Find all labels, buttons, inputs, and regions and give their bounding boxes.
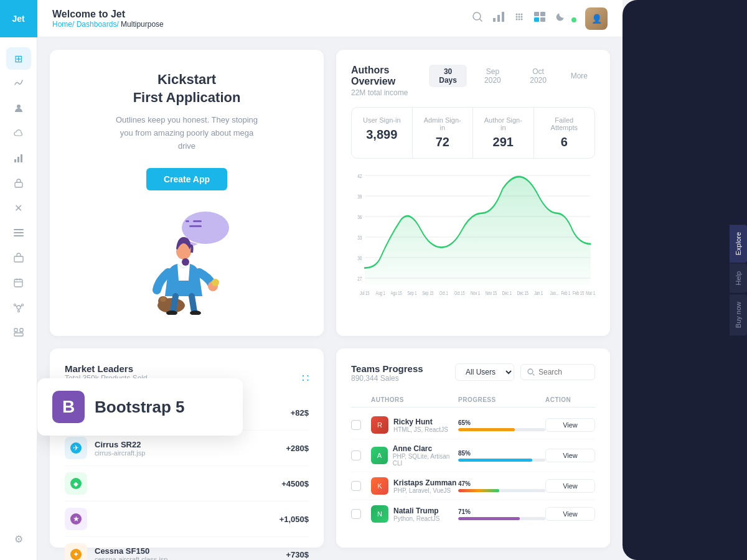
sidebar-item-chart[interactable] [6,72,31,95]
app-logo[interactable]: Jet [0,0,37,37]
view-button-anne[interactable]: View [545,449,595,462]
sidebar-item-bars[interactable] [6,147,31,169]
filter-oct2020[interactable]: Oct 2020 [519,65,558,87]
page-title: Welcome to Jet [52,9,164,20]
svg-text:Dec 15: Dec 15 [517,290,529,297]
filter-more[interactable]: More [563,69,595,83]
view-button-natali[interactable]: View [545,507,595,521]
market-menu-icon[interactable]: ∷ [302,371,309,385]
svg-rect-14 [14,329,17,332]
teams-user-select[interactable]: All Users [455,363,514,381]
team-avatar-natali: N [371,505,388,523]
create-app-button[interactable]: Create App [146,168,227,190]
sidebar-item-lock[interactable] [6,172,31,194]
search-icon[interactable] [472,11,483,26]
bootstrap-overlay-card: B Bootstrap 5 [37,378,243,436]
kickstart-card: Kickstart First Application Outlines kee… [50,50,324,336]
progress-bar-ricky [458,428,545,431]
grid-toggle-icon[interactable] [514,12,524,25]
time-filters: 30 Days Sep 2020 Oct 2020 More [429,65,595,87]
svg-point-10 [17,306,21,309]
authors-title: Authors Overview [351,65,429,87]
search-icon [527,368,535,376]
avatar[interactable]: 👤 [585,7,608,30]
stats-row: User Sign-in 3,899 Admin Sign-in 72 Auth… [351,107,595,159]
sidebar-item-cloud[interactable] [6,122,31,144]
market-logo-cirrus: ✈ [65,437,87,459]
svg-text:Sep 15: Sep 15 [422,290,433,297]
sidebar-item-grid[interactable]: ⊞ [6,47,31,70]
team-row-natali: N Natali Trump Python, ReactJS 71% View [351,500,595,528]
svg-point-28 [519,19,520,21]
svg-rect-5 [14,229,24,230]
buy-now-tab[interactable]: Buy now [730,294,747,335]
sidebar-item-settings[interactable]: ⚙ [6,528,31,550]
team-row-anne: A Anne Clarc PHP, SQLite, Artisan CLI 85… [351,439,595,472]
stat-admin-signin: Admin Sign-in 72 [413,108,474,158]
svg-rect-6 [14,232,24,233]
sidebar-item-list[interactable] [6,222,31,244]
svg-rect-30 [534,12,539,16]
svg-text:Mar 1: Mar 1 [586,290,595,297]
svg-point-41 [212,279,219,286]
market-item-3: ◆ +4500$ [65,466,309,502]
svg-rect-16 [14,333,23,336]
row-checkbox[interactable] [351,450,361,460]
team-row-ricky: R Ricky Hunt HTML, JS, ReactJS 65% View [351,411,595,439]
breadcrumb: Home/ Dashboards/ Multipurpose [52,20,164,29]
svg-rect-33 [540,17,545,22]
filter-30days[interactable]: 30 Days [429,65,467,87]
sidebar-item-calendar[interactable] [6,271,31,294]
teams-search-input[interactable] [538,368,588,376]
svg-point-25 [519,16,520,18]
view-button-kristaps[interactable]: View [545,479,595,493]
market-item-cirrus: ✈ Cirrus SR22 cirrus-aircraft.jsp +280$ [65,431,309,466]
svg-text:Aug 1: Aug 1 [376,290,385,297]
row-checkbox[interactable] [351,509,361,519]
sidebar-item-user[interactable] [6,97,31,119]
header: Welcome to Jet Home/ Dashboards/ Multipu… [37,0,622,37]
team-row-kristaps: K Kristaps Zumman PHP, Laravel, VueJS 47… [351,472,595,500]
market-logo-4: ★ [65,508,87,530]
authors-subtitle: 22M total income [351,88,429,97]
svg-point-27 [516,19,518,21]
teams-title: Teams Progress [351,363,423,374]
teams-progress-card: Teams Progress 890,344 Sales All Users A… [336,348,610,548]
svg-rect-36 [193,220,202,222]
market-item-4: ★ +1,050$ [65,502,309,537]
kickstart-title: Kickstart First Application [133,71,241,106]
kickstart-description: Outlines keep you honest. They stoping y… [112,114,261,152]
sidebar: Jet ⊞ ✕ [0,0,37,560]
svg-rect-20 [502,12,504,22]
market-logo-cessna: ✦ [65,543,87,560]
svg-point-39 [182,258,189,266]
stat-user-signin: User Sign-in 3,899 [352,108,413,158]
svg-rect-37 [189,225,202,227]
market-item-cessna: ✦ Cessna SF150 cessna-aircraft.class.jsp… [65,537,309,560]
svg-text:36: 36 [357,213,362,221]
filter-sep2020[interactable]: Sep 2020 [472,65,513,87]
analytics-icon[interactable] [493,12,504,25]
view-button-ricky[interactable]: View [545,418,595,432]
svg-text:✈: ✈ [73,444,79,452]
row-checkbox[interactable] [351,420,361,430]
apps-grid-icon[interactable] [534,12,545,25]
stat-failed-attempts: Failed Attempts 6 [534,108,595,158]
header-actions: 👤 [472,7,608,30]
row-checkbox[interactable] [351,481,361,491]
dark-mode-icon[interactable] [555,12,565,25]
help-tab[interactable]: Help [730,264,747,293]
sidebar-item-node[interactable] [6,296,31,319]
svg-rect-3 [21,154,22,162]
svg-text:Jul 15: Jul 15 [360,290,369,297]
svg-rect-8 [14,256,23,262]
sidebar-item-layout[interactable] [6,321,31,343]
svg-rect-1 [14,159,16,162]
sidebar-item-close[interactable]: ✕ [6,197,31,219]
person-illustration [131,209,243,315]
svg-rect-15 [20,329,23,332]
sidebar-item-box[interactable] [6,246,31,269]
svg-rect-4 [15,182,22,187]
explore-tab[interactable]: Explore [730,225,747,263]
progress-bar-kristaps [458,489,545,492]
